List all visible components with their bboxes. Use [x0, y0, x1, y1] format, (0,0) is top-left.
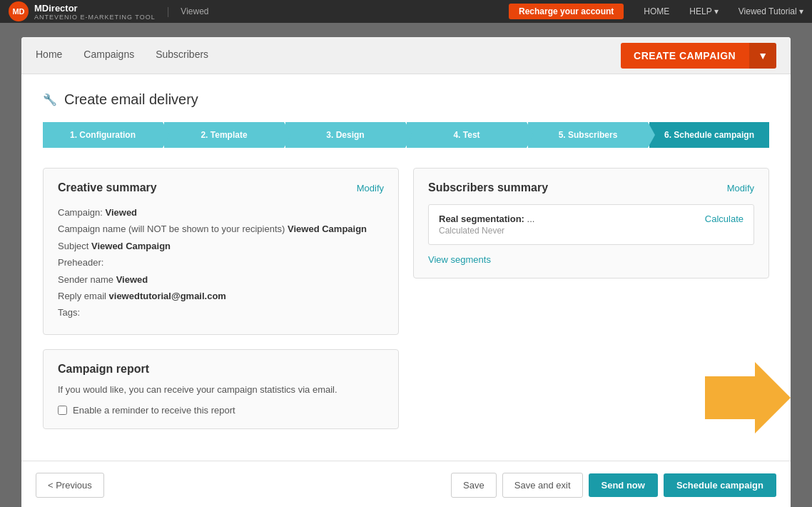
previous-button[interactable]: < Previous [36, 473, 104, 498]
report-title: Campaign report [58, 363, 384, 376]
campaign-name-field: Campaign name (will NOT be shown to your… [58, 221, 384, 237]
save-exit-button[interactable]: Save and exit [502, 473, 583, 498]
reminder-checkbox-row: Enable a reminder to receive this report [58, 405, 384, 416]
step-3[interactable]: 3. Design [285, 122, 405, 148]
step-5[interactable]: 5. Subscribers [528, 122, 648, 148]
page-title-row: 🔧 Create email delivery [43, 91, 769, 108]
nav-viewed-label: Viewed [181, 6, 208, 16]
step-1[interactable]: 1. Configuration [43, 122, 163, 148]
creative-modify-link[interactable]: Modify [357, 183, 384, 194]
main-content: Home Campaigns Subscribers CREATE CAMPAI… [0, 23, 812, 507]
nav-home-link[interactable]: HOME [644, 6, 669, 16]
creative-summary-title: Creative summary [58, 181, 157, 194]
seg-info: Real segmentation: ... Calculated Never [439, 214, 534, 236]
create-campaign-button[interactable]: CREATE CAMPAIGN [621, 43, 748, 69]
steps-row: 1. Configuration 2. Template 3. Design 4… [43, 122, 769, 148]
send-now-button[interactable]: Send now [589, 473, 658, 497]
top-navigation: MD MDirector ANTEVENIO E-MARKETING TOOL … [0, 0, 812, 23]
creative-summary-fields: Campaign: Viewed Campaign name (will NOT… [58, 204, 384, 321]
reply-field: Reply email viewedtutorial@gmail.com [58, 288, 384, 304]
subscribers-summary-box: Subscribers summary Modify Real segmenta… [413, 168, 769, 278]
subscribers-modify-link[interactable]: Modify [727, 183, 754, 194]
step-4[interactable]: 4. Test [407, 122, 527, 148]
tags-field: Tags: [58, 304, 384, 321]
reminder-checkbox[interactable] [58, 406, 67, 415]
creative-summary-col: Creative summary Modify Campaign: Viewed… [43, 168, 399, 335]
nav-divider: | [167, 6, 170, 17]
subscribers-summary-col: Subscribers summary Modify Real segmenta… [413, 168, 769, 335]
panel-navigation: Home Campaigns Subscribers CREATE CAMPAI… [21, 37, 791, 74]
page-body: 🔧 Create email delivery 1. Configuration… [21, 74, 791, 461]
summary-section: Creative summary Modify Campaign: Viewed… [43, 168, 769, 335]
report-desc: If you would like, you can receive your … [58, 383, 384, 397]
creative-summary-header: Creative summary Modify [58, 181, 384, 194]
main-panel: Home Campaigns Subscribers CREATE CAMPAI… [21, 37, 791, 507]
subject-value: Viewed Campaign [91, 241, 171, 251]
subscribers-summary-title: Subscribers summary [428, 181, 548, 194]
logo-sub: ANTEVENIO E-MARKETING TOOL [34, 14, 156, 21]
schedule-campaign-button[interactable]: Schedule campaign [664, 473, 776, 497]
campaign-field: Campaign: Viewed [58, 204, 384, 221]
view-segments-row: View segments [428, 254, 754, 265]
step-6[interactable]: 6. Schedule campaign [649, 122, 769, 148]
wrench-icon: 🔧 [43, 93, 57, 106]
logo-text: MDirector [34, 3, 78, 14]
page-title: Create email delivery [64, 91, 198, 108]
preheader-field: Preheader: [58, 254, 384, 271]
nav-campaigns[interactable]: Campaigns [83, 37, 134, 74]
nav-tutorial-link[interactable]: Viewed Tutorial ▾ [739, 6, 803, 16]
seg-label: Real segmentation: ... [439, 214, 534, 224]
subject-field: Subject Viewed Campaign [58, 238, 384, 254]
subscribers-summary-header: Subscribers summary Modify [428, 181, 754, 194]
logo: MD MDirector ANTEVENIO E-MARKETING TOOL [9, 1, 156, 21]
save-button[interactable]: Save [451, 473, 497, 498]
campaign-name-value: Viewed Campaign [288, 224, 367, 234]
seg-calc: Calculated Never [439, 226, 534, 236]
nav-subscribers[interactable]: Subscribers [156, 37, 208, 74]
sender-field: Sender name Viewed [58, 271, 384, 288]
bottom-bar: < Previous Save Save and exit Send now S… [21, 461, 791, 507]
step-2[interactable]: 2. Template [164, 122, 284, 148]
campaign-value: Viewed [106, 207, 138, 218]
sender-value: Viewed [116, 274, 148, 285]
nav-home[interactable]: Home [36, 37, 62, 74]
campaign-report-box: Campaign report If you would like, you c… [43, 349, 399, 430]
calculate-link[interactable]: Calculate [705, 214, 744, 224]
seg-row: Real segmentation: ... Calculated Never … [439, 214, 744, 236]
reminder-label: Enable a reminder to receive this report [73, 405, 235, 416]
create-campaign-group: CREATE CAMPAIGN ▼ [621, 43, 776, 69]
creative-summary-box: Creative summary Modify Campaign: Viewed… [43, 168, 399, 335]
create-campaign-dropdown[interactable]: ▼ [748, 43, 776, 69]
reply-value: viewedtutorial@gmail.com [109, 291, 226, 301]
nav-help-link[interactable]: HELP ▾ [689, 6, 718, 16]
segmentation-box: Real segmentation: ... Calculated Never … [428, 204, 754, 245]
logo-icon: MD [9, 1, 29, 21]
view-segments-link[interactable]: View segments [428, 254, 491, 265]
recharge-button[interactable]: Recharge your account [509, 4, 624, 19]
